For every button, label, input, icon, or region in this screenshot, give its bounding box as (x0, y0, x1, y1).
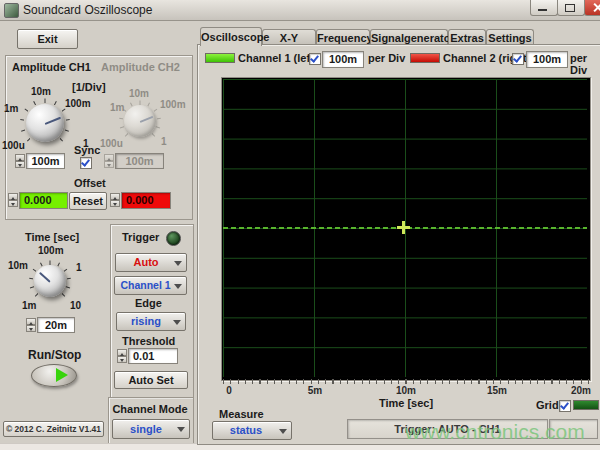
trigger-source-dropdown[interactable]: Channel 1 (114, 276, 187, 295)
amplitude-unit-label: [1/Div] (72, 81, 106, 93)
offset-ch2-value[interactable]: 0.000 (121, 192, 171, 209)
play-icon (56, 368, 68, 382)
sync-checkbox[interactable] (80, 157, 92, 169)
trigger-title: Trigger (122, 231, 159, 243)
sync-label: Sync (74, 144, 100, 156)
amplitude-ch2-value[interactable]: 100m (115, 153, 164, 169)
measure-value: status (230, 424, 274, 436)
channel2-color-swatch (410, 53, 440, 63)
decrement-icon[interactable] (110, 200, 120, 207)
amplitude-ch1-title: Amplitude CH1 (12, 61, 91, 73)
amplitude-ch1-spinner (15, 154, 25, 168)
channel1-checkbox[interactable] (309, 53, 321, 65)
knob-scale-label: 1m (4, 103, 18, 114)
increment-icon[interactable] (110, 193, 120, 200)
decrement-icon[interactable] (15, 161, 25, 168)
x-axis-label: Time [sec] (356, 397, 456, 409)
knob-scale-label: 1 (161, 136, 167, 147)
copyright-label: © 2012 C. Zeitnitz V1.41 (3, 421, 104, 437)
dropdown-arrow-icon (279, 429, 287, 438)
decrement-icon[interactable] (8, 200, 18, 207)
time-title: Time [sec] (25, 231, 79, 243)
amplitude-ch1-knob[interactable] (26, 104, 64, 142)
knob-scale-label: 1m (110, 102, 124, 113)
trigger-mode-dropdown[interactable]: Auto (115, 253, 187, 272)
time-value[interactable]: 20m (37, 317, 75, 333)
channel-mode-label: Channel Mode (108, 403, 192, 415)
channel-mode-value: single (130, 423, 172, 435)
knob-scale-label: 10 (70, 300, 81, 311)
offset-ch2-spinner (110, 193, 120, 207)
measure-label: Measure (219, 408, 264, 420)
auto-set-button[interactable]: Auto Set (114, 371, 188, 389)
knob-scale-label: 10m (8, 260, 28, 271)
channel1-per-div-value[interactable]: 100m (322, 51, 364, 68)
grid-label: Grid (536, 399, 559, 411)
watermark: www.cntronics.com (405, 420, 600, 444)
offset-reset-button[interactable]: Reset (69, 192, 107, 210)
time-spinner (26, 318, 36, 332)
knob-scale-label: 1 (76, 262, 82, 273)
dropdown-arrow-icon (177, 427, 185, 436)
per-div-label-2: per Div (570, 52, 600, 76)
channel1-label: Channel 1 (left) (238, 52, 317, 64)
decrement-icon[interactable] (26, 325, 36, 332)
x-tick-label: 5m (300, 385, 330, 396)
trigger-edge-value: rising (131, 315, 171, 327)
run-stop-button[interactable] (31, 364, 77, 387)
offset-label: Offset (74, 177, 106, 189)
increment-icon[interactable] (15, 154, 25, 161)
dropdown-arrow-icon (174, 261, 182, 270)
time-knob[interactable] (34, 265, 66, 297)
knob-scale-label: 10m (129, 88, 149, 99)
trigger-mode-value: Auto (133, 256, 168, 268)
amplitude-ch1-value[interactable]: 100m (26, 153, 65, 169)
increment-icon[interactable] (8, 193, 18, 200)
close-button[interactable] (584, 0, 600, 16)
decrement-icon[interactable] (104, 161, 114, 168)
decrement-icon[interactable] (117, 356, 127, 363)
increment-icon[interactable] (104, 154, 114, 161)
channel2-per-div-value[interactable]: 100m (526, 51, 568, 68)
increment-icon[interactable] (117, 349, 127, 356)
channel2-checkbox[interactable] (512, 53, 524, 65)
knob-scale-label: 100u (2, 140, 25, 151)
window-title: Soundcard Oszilloscope (23, 3, 152, 17)
offset-ch1-spinner (8, 193, 18, 207)
scope-display[interactable] (221, 77, 591, 381)
knob-scale-label: 100m (160, 99, 186, 110)
app-icon (4, 3, 19, 18)
exit-button[interactable]: Exit (17, 29, 78, 49)
scope-grid (223, 79, 587, 377)
knob-scale-label: 1m (22, 300, 36, 311)
minimize-button[interactable] (530, 0, 558, 16)
x-tick-label: 20m (566, 385, 596, 396)
title-bar: Soundcard Oszilloscope (0, 0, 600, 21)
knob-needle (140, 116, 154, 123)
channel1-color-swatch (205, 53, 235, 63)
trigger-source-value: Channel 1 (120, 279, 180, 291)
tab-oscilloscope[interactable]: Oscilloscope (200, 27, 262, 46)
grid-checkbox[interactable] (559, 400, 571, 412)
per-div-label: per Div (368, 52, 405, 64)
dropdown-arrow-icon (174, 284, 182, 293)
grid-color-swatch (573, 400, 599, 410)
minimize-icon (538, 9, 547, 11)
amplitude-ch2-knob[interactable] (124, 105, 156, 137)
offset-ch1-value[interactable]: 0.000 (19, 192, 68, 209)
threshold-value[interactable]: 0.01 (128, 348, 178, 364)
knob-needle (45, 117, 62, 125)
knob-scale-label: 100m (65, 98, 91, 109)
channel-mode-dropdown[interactable]: single (112, 419, 190, 439)
measure-dropdown[interactable]: status (212, 421, 292, 440)
maximize-icon (565, 4, 575, 12)
app-window: Soundcard Oszilloscope Exit Amplitude CH… (0, 0, 600, 450)
amplitude-ch2-spinner (104, 154, 114, 168)
knob-scale-label: 100u (100, 138, 123, 149)
cursor-crosshair[interactable] (397, 221, 410, 234)
edge-label: Edge (135, 297, 162, 309)
run-stop-label: Run/Stop (28, 348, 81, 362)
maximize-button[interactable] (557, 0, 585, 16)
trigger-edge-dropdown[interactable]: rising (116, 312, 186, 331)
increment-icon[interactable] (26, 318, 36, 325)
